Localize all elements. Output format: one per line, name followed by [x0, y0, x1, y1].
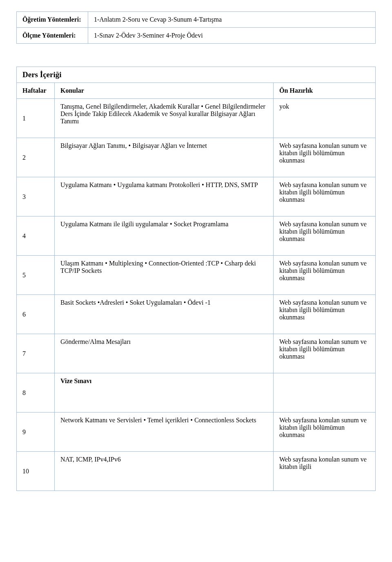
week-prep: Web sayfasına konulan sunum ve kitabın i… — [273, 413, 375, 451]
week-prep: Web sayfasına konulan sunum ve kitabın i… — [273, 295, 375, 334]
week-prep: Web sayfasına konulan sunum ve kitabın i… — [273, 216, 375, 255]
schedule-row: 9Network Katmanı ve Servisleri • Temel i… — [17, 412, 375, 451]
assessment-methods-label: Ölçme Yöntemleri: — [17, 28, 88, 43]
week-prep: Web sayfasına konulan sunum ve kitabın i… — [273, 138, 375, 177]
week-prep: Web sayfasına konulan sunum ve kitabın i… — [273, 334, 375, 373]
schedule-row: 8Vize Sınavı — [17, 373, 375, 412]
week-number: 9 — [17, 413, 54, 451]
header-topics: Konular — [54, 83, 273, 98]
schedule-row: 10NAT, ICMP, IPv4,IPv6Web sayfasına konu… — [17, 451, 375, 491]
teaching-methods-value: 1-Anlatım 2-Soru ve Cevap 3-Sunum 4-Tart… — [88, 12, 375, 28]
week-number: 8 — [17, 373, 54, 412]
week-number: 3 — [17, 177, 54, 216]
week-prep: Web sayfasına konulan sunum ve kitabın i… — [273, 177, 375, 216]
week-topic: Bilgisayar Ağları Tanımı, • Bilgisayar A… — [54, 138, 273, 177]
week-number: 5 — [17, 256, 54, 294]
schedule-body: 1Tanışma, Genel Bilgilendirmeler, Akadem… — [17, 98, 375, 491]
week-topic: Network Katmanı ve Servisleri • Temel iç… — [54, 413, 273, 451]
schedule-row: 4Uygulama Katmanı ile ilgili uygulamalar… — [17, 216, 375, 255]
week-topic: NAT, ICMP, IPv4,IPv6 — [54, 452, 273, 491]
methods-table: Öğretim Yöntemleri: 1-Anlatım 2-Soru ve … — [16, 11, 376, 44]
week-number: 10 — [17, 452, 54, 491]
week-topic: Uygulama Katmanı • Uygulama katmanı Prot… — [54, 177, 273, 216]
week-number: 4 — [17, 216, 54, 255]
week-topic: Vize Sınavı — [54, 373, 273, 412]
week-number: 1 — [17, 99, 54, 138]
teaching-methods-label: Öğretim Yöntemleri: — [17, 12, 88, 28]
assessment-methods-value: 1-Sınav 2-Ödev 3-Seminer 4-Proje Ödevi — [88, 28, 375, 43]
schedule-row: 1Tanışma, Genel Bilgilendirmeler, Akadem… — [17, 98, 375, 138]
page: Öğretim Yöntemleri: 1-Anlatım 2-Soru ve … — [0, 0, 392, 562]
header-prep: Ön Hazırlık — [273, 83, 375, 98]
week-number: 6 — [17, 295, 54, 334]
week-topic: Gönderme/Alma Mesajları — [54, 334, 273, 373]
schedule-header-row: Haftalar Konular Ön Hazırlık — [17, 83, 375, 98]
week-prep: Web sayfasına konulan sunum ve kitabın i… — [273, 256, 375, 294]
week-topic: Basit Sockets •Adresleri • Soket Uygulam… — [54, 295, 273, 334]
week-prep: yok — [273, 99, 375, 138]
week-prep — [273, 373, 375, 412]
week-number: 2 — [17, 138, 54, 177]
week-topic: Ulaşım Katmanı • Multiplexing • Connecti… — [54, 256, 273, 294]
header-weeks: Haftalar — [17, 83, 54, 98]
course-content-table: Ders İçeriği Haftalar Konular Ön Hazırlı… — [16, 67, 376, 491]
schedule-row: 5Ulaşım Katmanı • Multiplexing • Connect… — [17, 255, 375, 294]
schedule-row: 7Gönderme/Alma MesajlarıWeb sayfasına ko… — [17, 334, 375, 373]
schedule-row: 3Uygulama Katmanı • Uygulama katmanı Pro… — [17, 177, 375, 216]
course-content-title: Ders İçeriği — [17, 67, 375, 83]
week-number: 7 — [17, 334, 54, 373]
schedule-row: 2Bilgisayar Ağları Tanımı, • Bilgisayar … — [17, 138, 375, 177]
week-topic: Tanışma, Genel Bilgilendirmeler, Akademi… — [54, 99, 273, 138]
schedule-row: 6Basit Sockets •Adresleri • Soket Uygula… — [17, 294, 375, 334]
week-topic: Uygulama Katmanı ile ilgili uygulamalar … — [54, 216, 273, 255]
week-prep: Web sayfasına konulan sunum ve kitabın i… — [273, 452, 375, 491]
